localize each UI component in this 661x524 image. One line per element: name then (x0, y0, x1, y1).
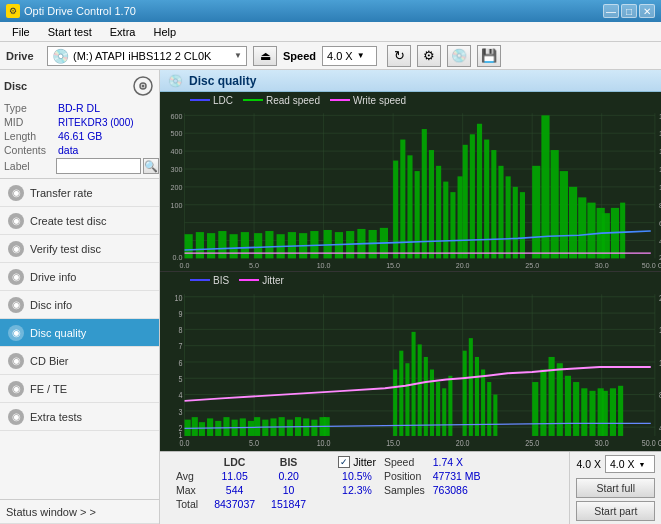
speed-val: 1.74 X (433, 456, 463, 468)
svg-rect-75 (484, 140, 489, 259)
type-value: BD-R DL (58, 102, 100, 114)
sidebar-item-extra-tests[interactable]: ◉ Extra tests (0, 403, 159, 431)
svg-rect-134 (192, 417, 198, 436)
svg-rect-178 (610, 388, 616, 436)
drive-bar: Drive 💿 (M:) ATAPI iHBS112 2 CL0K ▼ ⏏ Sp… (0, 42, 661, 70)
svg-rect-78 (506, 176, 511, 258)
svg-text:5.0: 5.0 (249, 261, 259, 270)
sidebar-item-create-test-disc[interactable]: ◉ Create test disc (0, 207, 159, 235)
sidebar-item-cd-bier[interactable]: ◉ CD Bier (0, 347, 159, 375)
mid-label: MID (4, 116, 54, 128)
verify-test-disc-icon: ◉ (8, 241, 24, 257)
title-bar-left: ⚙ Opti Drive Control 1.70 (6, 4, 136, 18)
col-header-ldc: LDC (206, 455, 263, 469)
menu-file[interactable]: File (4, 24, 38, 40)
disc-quality-icon: ◉ (8, 325, 24, 341)
menu-help[interactable]: Help (145, 24, 184, 40)
svg-rect-65 (415, 171, 420, 258)
sidebar: Disc Type BD-R DL MID RITEKDR3 (000) Le (0, 70, 160, 524)
svg-rect-153 (399, 351, 403, 436)
max-bis: 10 (263, 483, 314, 497)
status-window-button[interactable]: Status window > > (0, 500, 159, 524)
speed-dropdown[interactable]: 4.0 X ▼ (605, 455, 655, 473)
svg-rect-91 (620, 203, 625, 259)
label-input[interactable] (56, 158, 141, 174)
svg-rect-63 (400, 140, 405, 259)
svg-text:50.0 GB: 50.0 GB (642, 438, 661, 448)
chart-top: LDC Read speed Write speed 600 (160, 92, 661, 272)
legend-write-speed: Write speed (330, 95, 406, 106)
svg-text:10.0: 10.0 (317, 261, 331, 270)
speed-key: Speed (384, 456, 414, 468)
svg-text:20.0: 20.0 (456, 261, 470, 270)
drive-select[interactable]: 💿 (M:) ATAPI iHBS112 2 CL0K ▼ (47, 46, 247, 66)
cd-bier-label: CD Bier (30, 355, 69, 367)
status-window-label: Status window > > (6, 506, 96, 518)
menu-start-test[interactable]: Start test (40, 24, 100, 40)
eject-button[interactable]: ⏏ (253, 46, 277, 66)
speed-dropdown-arrow: ▼ (639, 461, 646, 468)
svg-text:25.0: 25.0 (525, 261, 539, 270)
svg-rect-175 (589, 391, 595, 436)
disc-info-icon: ◉ (8, 297, 24, 313)
svg-text:30.0: 30.0 (595, 438, 609, 448)
bottom-chart-svg: 10 9 8 7 6 5 4 3 2 1 20% 16% 12% 8% 4% (160, 288, 661, 451)
contents-label: Contents (4, 144, 54, 156)
menu-bar: File Start test Extra Help (0, 22, 661, 42)
start-part-button[interactable]: Start part (576, 501, 655, 521)
label-button[interactable]: 🔍 (143, 158, 159, 174)
sidebar-item-transfer-rate[interactable]: ◉ Transfer rate (0, 179, 159, 207)
svg-text:20.0: 20.0 (456, 438, 470, 448)
sidebar-item-fe-te[interactable]: ◉ FE / TE (0, 375, 159, 403)
extra-tests-icon: ◉ (8, 409, 24, 425)
svg-text:30.0: 30.0 (595, 261, 609, 270)
svg-rect-76 (491, 150, 496, 258)
jitter-checkbox[interactable]: ✓ (338, 456, 350, 468)
settings-button[interactable]: ⚙ (417, 45, 441, 67)
drive-value: (M:) ATAPI iHBS112 2 CL0K (73, 50, 211, 62)
drive-dropdown-arrow: ▼ (234, 51, 242, 60)
sidebar-item-disc-quality[interactable]: ◉ Disc quality (0, 319, 159, 347)
legend-read-label: Read speed (266, 95, 320, 106)
svg-rect-157 (424, 357, 428, 436)
minimize-button[interactable]: — (603, 4, 619, 18)
app-icon: ⚙ (6, 4, 20, 18)
svg-rect-136 (207, 418, 213, 436)
save-button[interactable]: 💾 (477, 45, 501, 67)
svg-rect-77 (498, 166, 503, 259)
sidebar-item-disc-info[interactable]: ◉ Disc info (0, 291, 159, 319)
disc-quality-header: 💿 Disc quality (160, 70, 661, 92)
disc-info-label: Disc info (30, 299, 72, 311)
disc-quality-title: Disc quality (189, 74, 256, 88)
svg-rect-48 (230, 234, 238, 258)
svg-rect-158 (430, 370, 434, 436)
create-test-disc-label: Create test disc (30, 215, 106, 227)
refresh-button[interactable]: ↻ (387, 45, 411, 67)
legend-bis-label: BIS (213, 275, 229, 286)
speed-select[interactable]: 4.0 X ▼ (322, 46, 377, 66)
sidebar-item-drive-info[interactable]: ◉ Drive info (0, 263, 159, 291)
avg-label: Avg (168, 469, 206, 483)
charts-container: LDC Read speed Write speed 600 (160, 92, 661, 451)
sidebar-item-verify-test-disc[interactable]: ◉ Verify test disc (0, 235, 159, 263)
start-full-button[interactable]: Start full (576, 478, 655, 498)
jitter-checkbox-row: ✓ Jitter (338, 456, 376, 468)
svg-rect-171 (557, 363, 563, 436)
col-header-empty (168, 455, 206, 469)
speed-dropdown-arrow: ▼ (357, 51, 365, 60)
menu-extra[interactable]: Extra (102, 24, 144, 40)
svg-rect-156 (418, 344, 422, 436)
svg-rect-89 (602, 213, 610, 258)
speed-dropdown-val: 4.0 X (610, 458, 635, 470)
svg-text:15.0: 15.0 (386, 261, 400, 270)
maximize-button[interactable]: □ (621, 4, 637, 18)
svg-rect-159 (436, 382, 440, 436)
top-chart-svg: 600 500 400 300 200 100 0.0 18X 16X 14X … (160, 108, 661, 271)
disc-button[interactable]: 💿 (447, 45, 471, 67)
close-button[interactable]: ✕ (639, 4, 655, 18)
cd-bier-icon: ◉ (8, 353, 24, 369)
position-key: Position (384, 470, 421, 482)
samples-key: Samples (384, 484, 425, 496)
svg-rect-165 (481, 370, 485, 436)
disc-icon (131, 74, 155, 98)
